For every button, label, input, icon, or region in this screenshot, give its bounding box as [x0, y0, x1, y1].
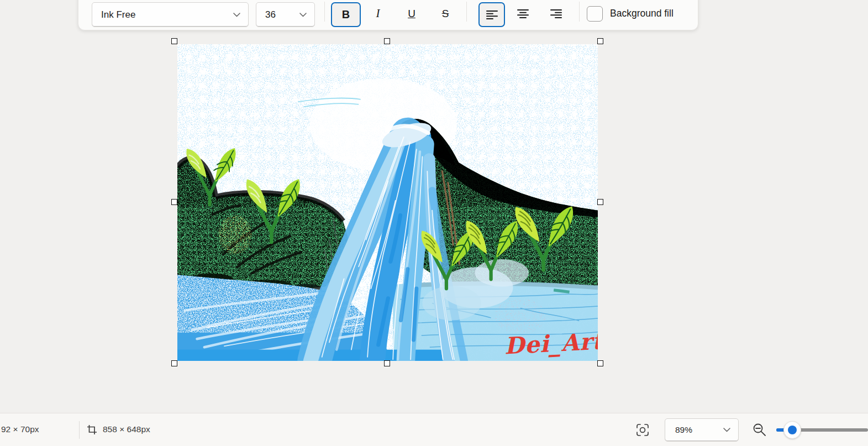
zoom-level-value: 89% [665, 425, 723, 435]
zoom-slider-dot [788, 426, 797, 434]
text-toolbar: Ink Free 36 B I U S [78, 0, 698, 30]
status-divider [79, 421, 80, 439]
background-fill-checkbox[interactable] [587, 6, 603, 22]
italic-icon: I [376, 7, 380, 20]
align-right-icon [550, 9, 562, 19]
zoom-fit-button[interactable] [635, 423, 650, 437]
selection-handle-top-left[interactable] [171, 38, 177, 44]
strikethrough-icon: S [442, 8, 449, 20]
bold-button[interactable]: B [331, 2, 361, 27]
align-center-icon [517, 9, 529, 19]
canvas-size-text: 858 × 648px [103, 424, 150, 434]
zoom-slider[interactable] [776, 413, 868, 446]
selection-handle-bottom-left[interactable] [171, 360, 177, 366]
status-bar: 92 × 70px 858 × 648px 89% [0, 413, 868, 446]
chevron-down-icon [299, 13, 307, 17]
zoom-slider-handle[interactable] [783, 421, 801, 439]
signature-text: Dei_Art [503, 327, 598, 359]
artwork-image[interactable]: Dei_Art [177, 44, 598, 361]
selection-handle-bottom-center[interactable] [384, 360, 390, 366]
paint-app: Dei_Art Ink Free 36 B I U [0, 0, 868, 446]
artwork-canvas: Dei_Art [177, 44, 598, 361]
font-family-select[interactable]: Ink Free [92, 2, 249, 27]
font-family-value: Ink Free [92, 9, 233, 20]
toolbar-divider [579, 2, 580, 22]
selection-handle-middle-left[interactable] [171, 199, 177, 205]
background-fill-label[interactable]: Background fill [610, 6, 674, 20]
align-right-button[interactable] [544, 2, 568, 25]
italic-button[interactable]: I [367, 2, 389, 25]
chevron-down-icon [723, 428, 730, 432]
align-left-button[interactable] [478, 2, 505, 27]
chevron-down-icon [233, 13, 240, 17]
selection-handle-bottom-right[interactable] [597, 360, 603, 366]
selection-handle-top-center[interactable] [384, 38, 390, 44]
underline-button[interactable]: U [401, 2, 423, 25]
toolbar-divider [466, 2, 467, 22]
align-center-button[interactable] [511, 2, 535, 25]
size-indicator-text: 92 × 70px [1, 424, 39, 434]
zoom-out-button[interactable] [752, 422, 767, 437]
underline-icon: U [408, 8, 415, 20]
canvas-size-icon [87, 424, 97, 435]
magnifier-minus-icon [752, 422, 767, 437]
zoom-level-select[interactable]: 89% [665, 418, 739, 442]
bold-icon: B [342, 8, 350, 21]
selection-handle-middle-right[interactable] [597, 199, 603, 205]
selection-handle-top-right[interactable] [597, 38, 603, 44]
font-size-value: 36 [256, 9, 299, 20]
font-size-select[interactable]: 36 [256, 2, 315, 27]
strikethrough-button[interactable]: S [434, 2, 456, 25]
viewfinder-circle-icon [635, 423, 650, 437]
toolbar-divider [324, 2, 325, 22]
align-left-icon [486, 10, 498, 20]
